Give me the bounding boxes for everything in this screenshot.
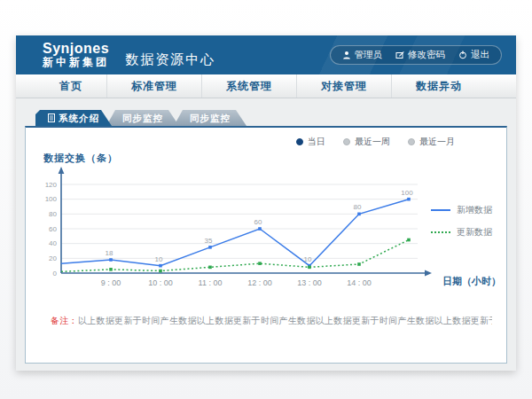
y-axis-title: 数据交换（条）: [43, 152, 118, 165]
doc-icon: [48, 113, 55, 122]
brand-logo: Synjones 新中新集团: [43, 42, 109, 67]
radio-last-week[interactable]: 最近一周: [343, 136, 390, 148]
tab-system-intro[interactable]: 系统介绍: [35, 110, 112, 126]
nav-item-system-mgmt[interactable]: 系统管理: [201, 74, 296, 98]
page-title: 数据资源中心: [125, 51, 215, 68]
content-area: 系统介绍 同步监控 同步监控 当日 最近一周 最近一月 数据交: [16, 98, 516, 364]
radio-dot: [408, 138, 415, 145]
user-toolbar: 管理员 修改密码 退出: [330, 45, 503, 65]
svg-text:60: 60: [254, 218, 262, 226]
legend-item-new-data: 新增数据: [431, 204, 492, 216]
range-filter: 当日 最近一周 最近一月: [296, 136, 455, 148]
power-icon: [458, 51, 467, 59]
x-axis-title: 日期（小时）: [442, 275, 501, 288]
svg-text:13 : 00: 13 : 00: [297, 278, 322, 287]
logout-label: 退出: [471, 49, 489, 61]
chart-panel: 当日 最近一周 最近一月 数据交换（条） 0204060801001209 : …: [25, 126, 507, 364]
tab-label: 系统介绍: [59, 110, 99, 126]
legend-item-update-data: 更新数据: [431, 226, 492, 239]
footnote-label: 备注：: [51, 316, 78, 325]
svg-text:18: 18: [106, 249, 113, 257]
app-window: Synjones 新中新集团 数据资源中心 管理员 修改密码 退出 首页 标准管…: [16, 35, 516, 371]
svg-text:120: 120: [45, 181, 58, 189]
radio-label: 最近一周: [355, 136, 390, 148]
radio-dot: [343, 138, 350, 145]
svg-text:100: 100: [401, 189, 413, 197]
logout-button[interactable]: 退出: [458, 49, 489, 61]
brand-logo-en: Synjones: [43, 42, 109, 57]
svg-text:10 : 00: 10 : 00: [148, 278, 173, 287]
svg-text:12 : 00: 12 : 00: [247, 278, 272, 287]
radio-today[interactable]: 当日: [296, 136, 325, 148]
radio-dot: [296, 138, 303, 145]
svg-text:80: 80: [354, 203, 362, 211]
change-password-label: 修改密码: [408, 49, 445, 61]
nav-item-interface-mgmt[interactable]: 对接管理: [296, 74, 391, 98]
radio-label: 当日: [308, 136, 325, 148]
solid-line-swatch: [431, 209, 450, 211]
legend-label: 新增数据: [457, 204, 492, 216]
svg-text:14 : 00: 14 : 00: [347, 278, 372, 287]
tab-bar: 系统介绍 同步监控 同步监控: [35, 110, 507, 126]
svg-text:0: 0: [53, 270, 58, 278]
svg-text:100: 100: [45, 195, 58, 203]
exchange-line-chart: 0204060801001209 : 0010 : 0011 : 0012 : …: [40, 167, 448, 298]
app-header: Synjones 新中新集团 数据资源中心 管理员 修改密码 退出: [16, 35, 516, 74]
tab-sync-monitor-2[interactable]: 同步监控: [174, 110, 246, 126]
main-nav: 首页 标准管理 系统管理 对接管理 数据异动: [16, 74, 516, 98]
chart-legend: 新增数据 更新数据: [431, 204, 492, 248]
svg-text:10: 10: [155, 255, 163, 263]
svg-text:9 : 00: 9 : 00: [101, 278, 121, 287]
legend-label: 更新数据: [457, 226, 492, 239]
footnote-text: 以上数据更新于时间产生数据以上数据更新于时间产生数据以上数据更新于时间产生数据以…: [78, 316, 492, 325]
radio-label: 最近一月: [419, 136, 455, 148]
user-name: 管理员: [355, 49, 383, 61]
svg-text:11 : 00: 11 : 00: [199, 278, 223, 287]
dotted-line-swatch: [431, 231, 450, 233]
user-icon: [342, 51, 351, 59]
edit-icon: [395, 51, 404, 59]
svg-text:20: 20: [49, 254, 57, 262]
nav-item-data-change[interactable]: 数据异动: [391, 74, 486, 98]
brand-logo-cn: 新中新集团: [43, 57, 109, 68]
radio-last-month[interactable]: 最近一月: [408, 136, 455, 148]
footnote: 备注：以上数据更新于时间产生数据以上数据更新于时间产生数据以上数据更新于时间产生…: [51, 315, 492, 327]
nav-item-home[interactable]: 首页: [35, 74, 106, 98]
tab-sync-monitor-1[interactable]: 同步监控: [106, 110, 179, 126]
svg-text:35: 35: [205, 237, 213, 245]
svg-text:80: 80: [49, 210, 57, 218]
user-menu[interactable]: 管理员: [342, 49, 383, 61]
svg-text:40: 40: [49, 239, 57, 247]
nav-item-standard-mgmt[interactable]: 标准管理: [106, 74, 201, 98]
svg-text:10: 10: [304, 255, 312, 263]
change-password-button[interactable]: 修改密码: [395, 49, 445, 61]
svg-text:60: 60: [49, 225, 57, 233]
